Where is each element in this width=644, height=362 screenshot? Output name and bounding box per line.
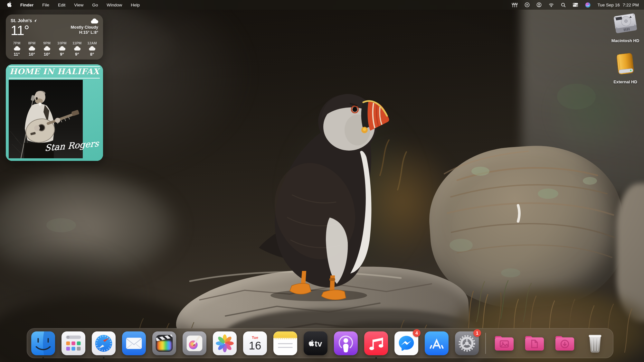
menu-bar-date: Tue Sep 16 (597, 3, 620, 7)
apple-tv-icon: tv (304, 331, 327, 355)
dock-item-apple-tv[interactable]: tv (304, 331, 327, 355)
control-center-icon[interactable] (573, 3, 578, 7)
menu-bar: Finder File Edit View Go Window Help (0, 0, 644, 10)
notification-badge: 4 (413, 329, 421, 337)
notification-badge: 1 (473, 329, 481, 337)
spotlight-search-icon[interactable] (561, 3, 566, 7)
internal-drive-icon (612, 10, 639, 37)
hourly-forecast: 8PM 10° (26, 41, 38, 57)
dock: Tue 16 tv (27, 328, 613, 358)
desktop: Finder File Edit View Go Window Help (0, 0, 644, 362)
cloud-icon (43, 46, 50, 51)
cloud-icon (90, 18, 98, 24)
music-widget[interactable]: HOME IN HALIFAX (6, 64, 103, 161)
siri-icon[interactable] (585, 2, 591, 8)
cloud-icon (59, 46, 65, 51)
dock-item-music[interactable] (364, 331, 388, 355)
dock-item-pictures-folder[interactable] (492, 331, 516, 355)
tuning-forks-icon[interactable] (512, 3, 518, 7)
cloud-icon (14, 46, 20, 51)
weather-hourly-row: 7PM 11° 8PM 10° 9PM 10° 10PM 9° 11PM (11, 41, 98, 57)
final-cut-pro-icon (152, 331, 176, 355)
weather-widget[interactable]: St. John's 11° Mostly Cloudy H:15° L:8° … (6, 14, 103, 60)
dock-item-podcasts[interactable] (334, 331, 358, 355)
album-cover: HOME IN HALIFAX (6, 64, 103, 161)
dock-item-final-cut-pro[interactable] (152, 331, 176, 355)
dock-item-trash[interactable] (583, 331, 607, 355)
menu-window[interactable]: Window (107, 3, 122, 7)
now-playing-icon[interactable] (525, 2, 530, 7)
notes-icon (273, 331, 297, 355)
dock-item-calendar[interactable]: Tue 16 (243, 331, 267, 355)
pixelmator-icon (183, 331, 206, 355)
album-rule (9, 78, 100, 79)
hourly-forecast: 9PM 10° (41, 41, 53, 57)
dock-item-launchpad[interactable] (62, 331, 85, 355)
desktop-icon-external-hd[interactable]: External HD (607, 51, 644, 84)
photos-icon (213, 331, 237, 355)
dock-item-finder[interactable] (31, 331, 55, 355)
menu-go[interactable]: Go (92, 3, 98, 7)
external-drive-icon (612, 51, 639, 79)
desktop-icon-label: Macintosh HD (611, 38, 639, 43)
svg-text:tv: tv (315, 339, 322, 348)
finder-icon (31, 331, 55, 355)
dock-item-photos[interactable] (213, 331, 237, 355)
dock-item-notes[interactable] (273, 331, 297, 355)
app-store-icon (425, 331, 449, 355)
dock-divider (485, 333, 486, 354)
user-switch-icon[interactable] (536, 2, 542, 7)
dock-item-messenger[interactable]: 4 (394, 331, 418, 355)
cloud-icon (89, 46, 95, 51)
dock-item-system-settings[interactable]: 1 (455, 331, 479, 355)
menu-bar-time: 7:22 PM (623, 3, 639, 7)
dock-item-documents-folder[interactable] (523, 331, 546, 355)
downloads-folder-icon (553, 331, 577, 355)
dock-item-downloads-folder[interactable] (553, 331, 577, 355)
svg-text:Tue: Tue (252, 335, 258, 339)
documents-folder-icon (523, 331, 546, 355)
album-title: HOME IN HALIFAX (6, 67, 103, 76)
safari-icon (92, 331, 116, 355)
podcasts-icon (334, 331, 358, 355)
menu-help[interactable]: Help (131, 3, 140, 7)
desktop-icon-macintosh-hd[interactable]: Macintosh HD (607, 10, 644, 43)
menu-file[interactable]: File (42, 3, 49, 7)
hourly-forecast: 11PM 9° (71, 41, 83, 57)
menu-view[interactable]: View (74, 3, 83, 7)
menu-edit[interactable]: Edit (58, 3, 65, 7)
dock-item-safari[interactable] (92, 331, 116, 355)
weather-summary: Mostly Cloudy H:15° L:8° (71, 18, 98, 35)
weather-condition: Mostly Cloudy (71, 25, 98, 30)
wifi-icon[interactable] (548, 3, 554, 7)
dock-item-app-store[interactable] (425, 331, 449, 355)
cloud-icon (74, 46, 80, 51)
menu-bar-right: Tue Sep 16 7:22 PM (512, 2, 644, 8)
running-indicator (375, 357, 377, 359)
hourly-forecast: 12AM 8° (86, 41, 98, 57)
menu-bar-clock[interactable]: Tue Sep 16 7:22 PM (597, 3, 639, 7)
apple-logo-icon[interactable] (7, 2, 12, 8)
menu-bar-left: Finder File Edit View Go Window Help (0, 2, 140, 8)
running-indicator (103, 357, 105, 359)
music-icon (364, 331, 388, 355)
cloud-icon (28, 46, 35, 51)
running-indicator (43, 357, 44, 359)
hourly-forecast: 10PM 9° (56, 41, 68, 57)
pictures-folder-icon (492, 331, 516, 355)
svg-text:16: 16 (249, 339, 261, 352)
calendar-icon: Tue 16 (243, 331, 267, 355)
desktop-icon-label: External HD (613, 79, 637, 84)
dock-item-pixelmator[interactable] (183, 331, 206, 355)
weather-location: St. John's (11, 18, 32, 23)
dock-item-mail[interactable] (122, 331, 146, 355)
weather-high-low: H:15° L:8° (79, 30, 98, 35)
trash-icon (583, 331, 607, 355)
location-arrow-icon (33, 19, 37, 23)
menu-app-name[interactable]: Finder (20, 3, 33, 7)
hourly-forecast: 7PM 11° (11, 41, 23, 57)
launchpad-icon (62, 331, 85, 355)
mail-icon (122, 331, 146, 355)
